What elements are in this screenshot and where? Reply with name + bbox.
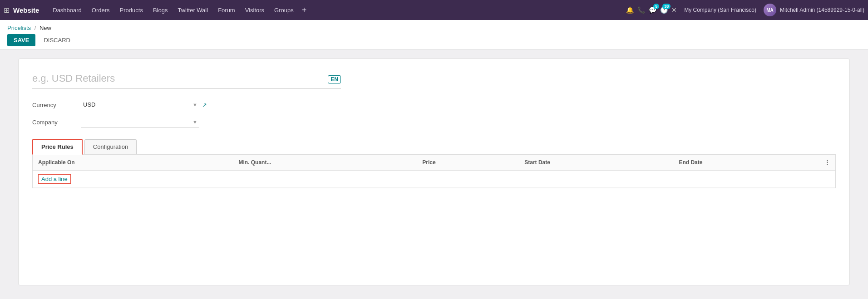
- form-fields: Currency USD EUR GBP ▼ ↗ Company: [32, 99, 836, 127]
- close-icon[interactable]: ✕: [671, 6, 677, 14]
- price-rules-table-wrap: Applicable On Min. Quant... Price Start …: [33, 155, 835, 188]
- tab-configuration[interactable]: Configuration: [84, 139, 137, 154]
- table-header-row: Applicable On Min. Quant... Price Start …: [33, 155, 835, 171]
- breadcrumb-separator: /: [35, 25, 36, 31]
- nav-forum[interactable]: Forum: [213, 5, 240, 15]
- tabs-bar: Price Rules Configuration: [32, 138, 836, 154]
- currency-field-wrap: USD EUR GBP ▼ ↗: [81, 99, 207, 110]
- brand-name[interactable]: Website: [13, 6, 39, 14]
- main-content: EN Currency USD EUR GBP ▼ ↗: [0, 49, 868, 294]
- nav-twitter-wall[interactable]: Twitter Wall: [173, 5, 212, 15]
- save-button[interactable]: SAVE: [7, 34, 35, 46]
- discard-button[interactable]: DISCARD: [39, 34, 75, 46]
- col-price: Price: [417, 155, 519, 171]
- table-add-row: Add a line: [33, 171, 835, 188]
- form-card: EN Currency USD EUR GBP ▼ ↗: [18, 59, 850, 285]
- company-name: My Company (San Francisco): [684, 7, 756, 13]
- company-select-wrap: My Company (San Francisco) ▼: [81, 117, 199, 127]
- language-badge[interactable]: EN: [328, 75, 341, 83]
- col-start-date: Start Date: [519, 155, 673, 171]
- company-label: Company: [32, 119, 78, 126]
- add-line-button[interactable]: Add a line: [38, 174, 71, 184]
- clock-icon[interactable]: 🕐 38: [660, 6, 668, 14]
- nav-products[interactable]: Products: [115, 5, 148, 15]
- username: Mitchell Admin (14589929-15-0-all): [780, 7, 864, 13]
- tab-content-price-rules: Applicable On Min. Quant... Price Start …: [32, 154, 836, 188]
- breadcrumb-current: New: [39, 25, 51, 31]
- avatar[interactable]: MA: [764, 4, 776, 16]
- company-select[interactable]: My Company (San Francisco): [81, 117, 199, 127]
- col-min-quantity: Min. Quant...: [233, 155, 417, 171]
- nav-dashboard[interactable]: Dashboard: [48, 5, 86, 15]
- currency-label: Currency: [32, 102, 78, 108]
- company-row: Company My Company (San Francisco) ▼: [32, 117, 836, 127]
- pricelist-name-input[interactable]: [32, 73, 321, 84]
- breadcrumb-parent[interactable]: Pricelists: [7, 25, 31, 31]
- company-field-wrap: My Company (San Francisco) ▼: [81, 117, 199, 127]
- nav-orders[interactable]: Orders: [87, 5, 114, 15]
- nav-visitors[interactable]: Visitors: [241, 5, 269, 15]
- currency-select[interactable]: USD EUR GBP: [81, 99, 199, 110]
- notification-icon[interactable]: 🔔: [626, 6, 634, 14]
- chat-badge: 5: [653, 4, 659, 9]
- col-applicable-on: Applicable On: [33, 155, 233, 171]
- tab-price-rules[interactable]: Price Rules: [32, 139, 83, 155]
- currency-row: Currency USD EUR GBP ▼ ↗: [32, 99, 836, 110]
- phone-icon[interactable]: 📞: [637, 6, 645, 14]
- chat-icon[interactable]: 💬 5: [649, 6, 656, 14]
- add-menu-button[interactable]: +: [299, 5, 310, 15]
- name-row: EN: [32, 73, 341, 88]
- currency-external-link-icon[interactable]: ↗: [202, 102, 207, 108]
- grid-icon[interactable]: ⊞: [4, 6, 10, 15]
- clock-badge: 38: [662, 4, 671, 9]
- breadcrumb-bar: Pricelists / New SAVE DISCARD: [0, 20, 868, 49]
- currency-select-wrap: USD EUR GBP ▼: [81, 99, 199, 110]
- add-line-cell: Add a line: [33, 171, 835, 188]
- nav-groups[interactable]: Groups: [270, 5, 298, 15]
- price-rules-table: Applicable On Min. Quant... Price Start …: [33, 155, 835, 188]
- breadcrumb: Pricelists / New: [7, 25, 861, 31]
- nav-links: Dashboard Orders Products Blogs Twitter …: [48, 5, 624, 15]
- action-buttons: SAVE DISCARD: [7, 34, 861, 46]
- top-navigation: ⊞ Website Dashboard Orders Products Blog…: [0, 0, 868, 20]
- nav-blogs[interactable]: Blogs: [148, 5, 173, 15]
- col-end-date: End Date: [673, 155, 819, 171]
- topnav-right-section: 🔔 📞 💬 5 🕐 38 ✕ My Company (San Francisco…: [626, 4, 864, 16]
- col-more-options: ⋮: [819, 155, 835, 171]
